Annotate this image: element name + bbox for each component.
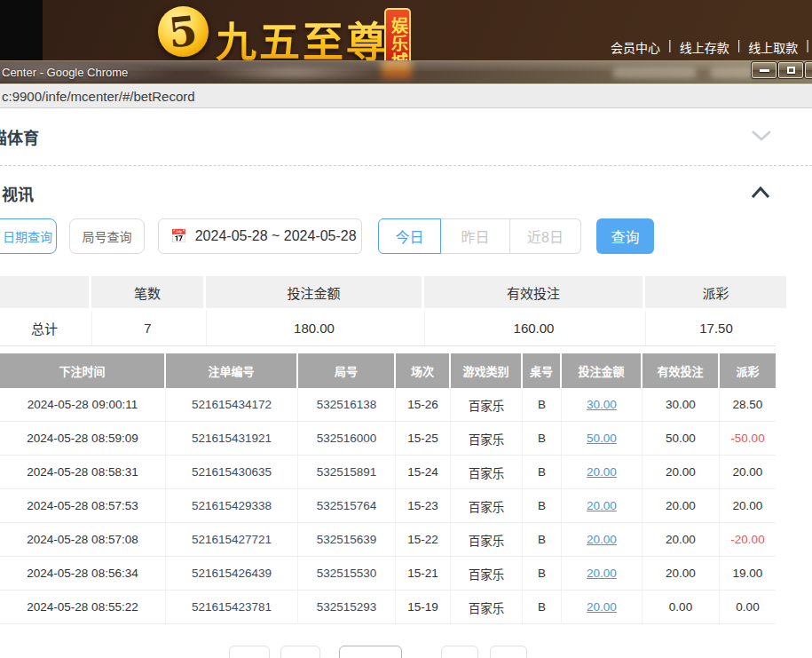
date-range-input[interactable]: 📅 2024-05-28 ~ 2024-05-28 — [158, 218, 362, 254]
summary-header-count: 笔数 — [91, 276, 203, 308]
cell-time: 2024-05-28 08:56:34 — [0, 557, 166, 590]
round-query-button[interactable]: 局号查询 — [69, 218, 145, 254]
cell-time: 2024-05-28 09:00:11 — [0, 388, 166, 421]
cell-bet-amount: 20.00 — [562, 523, 643, 556]
cell-bet-id: 521615434172 — [166, 388, 298, 421]
logo-symbol: 5 — [167, 10, 200, 53]
minimize-icon — [760, 69, 769, 72]
search-button[interactable]: 查询 — [596, 218, 654, 254]
last-8-days-button[interactable]: 近8日 — [510, 218, 581, 254]
summary-header-row: 笔数 投注金额 有效投注 派彩 — [0, 276, 776, 308]
cell-valid-bet: 50.00 — [643, 422, 720, 455]
nav-online-deposit[interactable]: 线上存款 — [680, 38, 729, 56]
table-row: 2024-05-28 08:55:22521615423781532515293… — [0, 591, 776, 624]
section-divider — [0, 165, 812, 166]
window-titlebar[interactable]: Center - Google Chrome — [0, 60, 812, 84]
cell-round-id: 532515639 — [298, 523, 396, 556]
summary-header-blank — [0, 276, 89, 308]
pagination-current[interactable] — [339, 646, 402, 658]
bet-amount-link[interactable]: 20.00 — [587, 533, 617, 546]
col-header-session: 场次 — [396, 353, 451, 388]
cell-valid-bet: 20.00 — [643, 523, 720, 556]
col-header-valid-bet: 有效投注 — [643, 353, 720, 388]
cell-table: B — [523, 557, 562, 590]
summary-header-payout: 派彩 — [645, 276, 786, 308]
summary-table: 笔数 投注金额 有效投注 派彩 总计 7 180.00 160.00 17.50 — [0, 276, 776, 346]
banner-left-black-strip — [0, 0, 43, 60]
col-header-game-type: 游戏类别 — [451, 353, 523, 388]
cell-game: 百家乐 — [451, 557, 523, 590]
col-header-bet-id: 注单编号 — [166, 353, 298, 388]
table-row: 2024-05-28 08:57:53521615429338532515764… — [0, 489, 776, 523]
cell-bet-id: 521615430635 — [166, 456, 298, 488]
cell-round-id: 532516138 — [298, 388, 396, 421]
today-button[interactable]: 今日 — [378, 218, 441, 254]
cell-session: 15-19 — [396, 591, 451, 623]
nav-online-withdraw[interactable]: 线上取款 — [748, 38, 798, 56]
top-nav: 会员中心 | 线上存款 | 线上取款 | 一 — [611, 38, 812, 56]
url-text: c:9900/infe/mcenter/#/betRecord — [2, 89, 195, 104]
cell-bet-amount: 50.00 — [562, 422, 643, 455]
cell-payout: 19.00 — [720, 557, 776, 590]
bet-amount-link[interactable]: 20.00 — [587, 600, 617, 614]
cell-session: 15-26 — [396, 388, 451, 421]
bet-amount-link[interactable]: 30.00 — [587, 398, 617, 411]
nav-member-center[interactable]: 会员中心 — [611, 38, 660, 56]
bet-amount-link[interactable]: 20.00 — [587, 567, 617, 580]
cell-bet-amount: 20.00 — [562, 456, 643, 488]
cell-table: B — [523, 489, 562, 522]
col-header-round-id: 局号 — [298, 353, 396, 388]
chevron-up-icon[interactable] — [751, 186, 770, 200]
brand-logo-icon: 5 — [158, 6, 209, 57]
blurred-banner-decoration — [202, 64, 384, 82]
cell-bet-id: 521615423781 — [166, 591, 298, 623]
cell-game: 百家乐 — [451, 456, 523, 488]
table-row: 2024-05-28 09:00:11521615434172532516138… — [0, 388, 776, 422]
yesterday-button[interactable]: 昨日 — [441, 218, 510, 254]
url-bar[interactable]: c:9900/infe/mcenter/#/betRecord — [0, 85, 812, 108]
pagination-button[interactable] — [490, 646, 527, 658]
section-sports[interactable]: 猫体育 — [0, 125, 39, 148]
pagination-button[interactable] — [280, 646, 320, 658]
pagination-button[interactable] — [441, 646, 478, 658]
maximize-button[interactable] — [778, 62, 803, 78]
close-button[interactable] — [805, 62, 812, 78]
minimize-button[interactable] — [752, 62, 777, 78]
cell-session: 15-24 — [396, 456, 451, 488]
cell-time: 2024-05-28 08:59:09 — [0, 422, 166, 455]
col-header-table: 桌号 — [523, 353, 562, 388]
bet-amount-link[interactable]: 50.00 — [587, 432, 617, 445]
summary-total-count: 7 — [91, 311, 203, 345]
cell-valid-bet: 20.00 — [643, 489, 720, 522]
pagination-button[interactable] — [229, 646, 270, 658]
col-header-time: 下注时间 — [0, 353, 166, 388]
cell-table: B — [523, 456, 562, 488]
summary-total-payout: 17.50 — [645, 311, 786, 345]
cell-game: 百家乐 — [451, 523, 523, 556]
summary-total-label: 总计 — [0, 311, 89, 345]
summary-header-valid-bet: 有效投注 — [424, 276, 643, 308]
cell-game: 百家乐 — [451, 388, 523, 421]
cell-round-id: 532515530 — [298, 557, 396, 590]
blurred-user-info — [612, 67, 697, 78]
date-query-button[interactable]: 日期查询 — [0, 218, 57, 254]
section-video[interactable]: 视讯 — [2, 182, 34, 205]
bet-amount-link[interactable]: 20.00 — [587, 499, 617, 512]
maximize-icon — [787, 67, 795, 74]
window-title: Center - Google Chrome — [2, 66, 128, 79]
cell-valid-bet: 20.00 — [643, 557, 720, 590]
cell-table: B — [523, 591, 562, 623]
table-row: 2024-05-28 08:59:09521615431921532516000… — [0, 422, 776, 456]
cell-bet-id: 521615429338 — [166, 489, 298, 522]
cell-session: 15-23 — [396, 489, 451, 522]
chevron-down-icon[interactable] — [751, 129, 772, 142]
cell-session: 15-25 — [396, 422, 451, 455]
bet-amount-link[interactable]: 20.00 — [587, 465, 617, 479]
nav-separator: | — [668, 38, 672, 56]
cell-valid-bet: 0.00 — [643, 591, 720, 623]
cell-session: 15-22 — [396, 523, 451, 556]
cell-table: B — [523, 422, 562, 455]
cell-game: 百家乐 — [451, 591, 523, 623]
cell-game: 百家乐 — [451, 489, 523, 522]
summary-total-valid-bet: 160.00 — [424, 311, 643, 345]
